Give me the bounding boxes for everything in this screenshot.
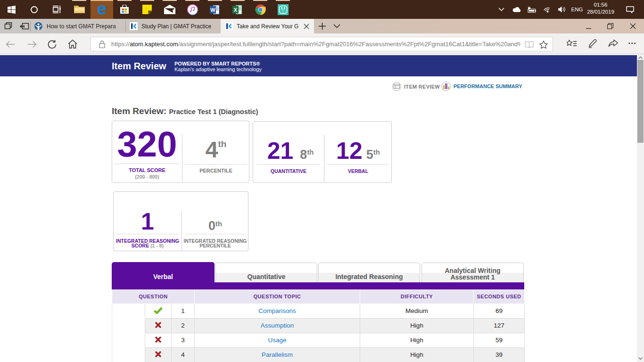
svg-text:X: X [234,7,238,12]
svg-text:W: W [210,7,215,12]
